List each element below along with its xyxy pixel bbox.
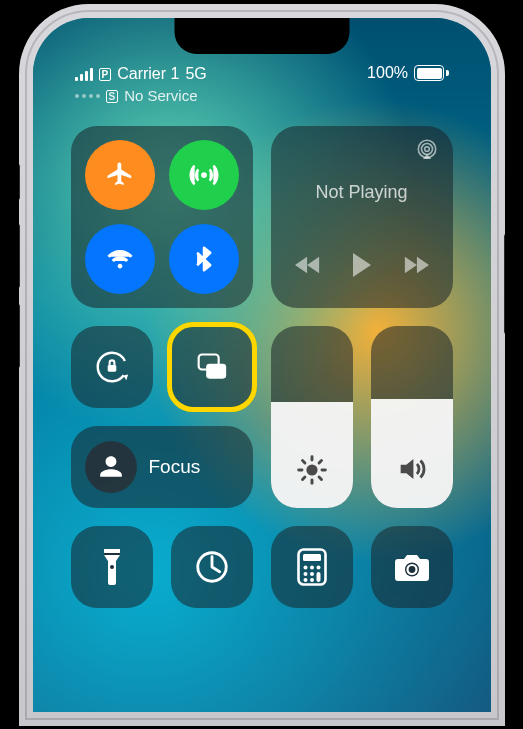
svg-point-23 [310,566,314,570]
svg-line-15 [302,477,304,479]
svg-point-24 [316,566,320,570]
svg-rect-18 [104,553,120,555]
volume-down-button [19,304,20,368]
network-type: 5G [185,64,206,84]
bluetooth-button[interactable] [169,224,239,294]
timer-icon [193,548,231,586]
svg-rect-21 [303,554,321,561]
svg-point-28 [310,578,314,582]
airplay-icon[interactable] [415,138,439,166]
orientation-lock-icon [93,348,131,386]
wifi-icon [105,244,135,274]
volume-slider[interactable] [371,326,453,508]
volume-up-button [19,224,20,288]
signal-bars-icon [75,68,93,81]
battery-icon [414,65,449,81]
svg-rect-7 [206,364,226,379]
flashlight-icon [102,547,122,587]
svg-point-22 [303,566,307,570]
primary-sim-tag: P [99,68,112,81]
svg-point-2 [421,144,432,155]
airplane-icon [105,160,135,190]
svg-point-8 [306,464,317,475]
secondary-signal-icon [75,94,100,98]
screen-mirroring-icon [192,347,232,387]
svg-point-1 [424,147,429,152]
flashlight-button[interactable] [71,526,153,608]
svg-line-14 [319,477,321,479]
calculator-button[interactable] [271,526,353,608]
svg-line-13 [302,461,304,463]
status-bar: P Carrier 1 5G S No Service 100% [33,64,491,106]
svg-point-26 [310,572,314,576]
bluetooth-icon [189,244,219,274]
media-tile[interactable]: Not Playing [271,126,453,308]
svg-line-16 [319,461,321,463]
brightness-slider[interactable] [271,326,353,508]
wifi-button[interactable] [85,224,155,294]
media-back-button[interactable] [295,254,321,280]
timer-button[interactable] [171,526,253,608]
svg-point-25 [303,572,307,576]
brightness-icon [271,454,353,486]
secondary-sim-tag: S [106,90,119,103]
cellular-data-button[interactable] [169,140,239,210]
carrier-name: Carrier 1 [117,64,179,84]
cellular-icon [189,160,219,190]
svg-point-17 [110,565,114,569]
media-forward-button[interactable] [403,254,429,280]
svg-rect-29 [316,572,320,582]
focus-button[interactable]: Focus [71,426,253,508]
focus-icon [98,454,124,480]
calculator-icon [297,548,327,586]
side-button [504,234,505,334]
connectivity-tile[interactable] [71,126,253,308]
battery-percentage: 100% [367,64,408,82]
svg-point-27 [303,578,307,582]
screen-mirroring-button[interactable] [171,326,253,408]
svg-rect-5 [107,365,116,372]
focus-label: Focus [149,456,201,478]
iphone-frame: P Carrier 1 5G S No Service 100% [19,4,505,726]
secondary-status-text: No Service [124,86,197,106]
volume-icon [371,452,453,486]
camera-icon [392,551,432,583]
media-play-button[interactable] [351,252,373,282]
svg-point-0 [201,172,207,178]
orientation-lock-button[interactable] [71,326,153,408]
screen: P Carrier 1 5G S No Service 100% [33,18,491,712]
now-playing-text: Not Playing [271,182,453,203]
control-center: Not Playing [33,126,491,712]
camera-button[interactable] [371,526,453,608]
notch [174,18,349,54]
airplane-mode-button[interactable] [85,140,155,210]
ringer-switch [19,164,20,200]
